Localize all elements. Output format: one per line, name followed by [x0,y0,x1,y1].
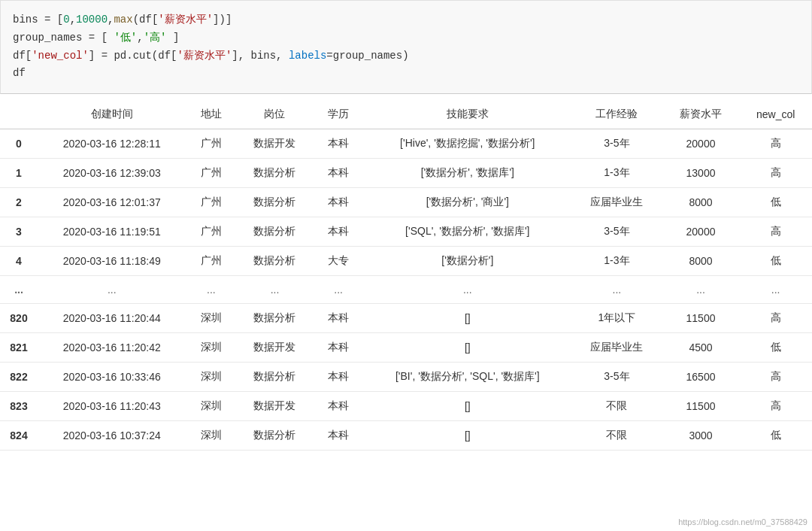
cell-addr: 广州 [186,217,237,247]
cell-salary: 11500 [662,304,740,333]
cell-time: 2020-03-16 11:19:51 [38,217,186,247]
cell-new_col: 高 [739,392,812,421]
cell-skills: [] [363,304,571,333]
cell-salary: 16500 [662,363,740,392]
cell-exp: 3-5年 [571,217,662,247]
cell-skills: ['数据分析', '数据库'] [363,159,571,188]
cell-exp: 不限 [571,421,662,451]
cell-addr: 广州 [186,129,237,159]
col-edu: 学历 [314,100,364,129]
cell-skills: ['SQL', '数据分析', '数据库'] [363,217,571,247]
cell-salary: 11500 [662,392,740,421]
cell-new_col: 低 [739,247,812,276]
cell-index: 821 [0,333,38,363]
cell-index: 4 [0,247,38,276]
cell-edu: 本科 [314,217,364,247]
cell-index: ... [0,276,38,304]
cell-pos: 数据分析 [236,247,314,276]
data-table: 创建时间 地址 岗位 学历 技能要求 工作经验 薪资水平 new_col 020… [0,100,812,451]
cell-exp: 1-3年 [571,159,662,188]
cell-addr: 广州 [186,188,237,217]
cell-skills: [] [363,421,571,451]
cell-skills: [] [363,333,571,363]
cell-pos: 数据开发 [236,392,314,421]
cell-edu: 本科 [314,129,364,159]
cell-exp: 1-3年 [571,247,662,276]
cell-exp: 应届毕业生 [571,188,662,217]
cell-salary: 3000 [662,421,740,451]
cell-pos: 数据分析 [236,304,314,333]
cell-pos: 数据分析 [236,217,314,247]
col-newcol: new_col [739,100,812,129]
cell-salary: 20000 [662,217,740,247]
col-skills: 技能要求 [363,100,571,129]
cell-new_col: 高 [739,129,812,159]
table-row: 02020-03-16 12:28:11广州数据开发本科['Hive', '数据… [0,129,812,159]
cell-new_col: 低 [739,188,812,217]
col-addr: 地址 [186,100,237,129]
cell-skills: ['Hive', '数据挖掘', '数据分析'] [363,129,571,159]
cell-pos: 数据分析 [236,363,314,392]
cell-skills: ['BI', '数据分析', 'SQL', '数据库'] [363,363,571,392]
cell-salary: 4500 [662,333,740,363]
cell-time: 2020-03-16 11:20:42 [38,333,186,363]
cell-skills: ['数据分析'] [363,247,571,276]
table-row: 42020-03-16 11:18:49广州数据分析大专['数据分析']1-3年… [0,247,812,276]
code-block: bins = [0,10000,max(df['薪资水平'])] group_n… [0,0,812,94]
col-salary: 薪资水平 [662,100,740,129]
cell-pos: 数据分析 [236,188,314,217]
cell-index: 823 [0,392,38,421]
cell-new_col: 高 [739,304,812,333]
cell-addr: 深圳 [186,363,237,392]
cell-time: 2020-03-16 12:39:03 [38,159,186,188]
cell-exp: 3-5年 [571,363,662,392]
cell-salary: 8000 [662,188,740,217]
cell-index: 822 [0,363,38,392]
cell-time: 2020-03-16 10:33:46 [38,363,186,392]
cell-exp: 3-5年 [571,129,662,159]
cell-salary: 13000 [662,159,740,188]
table-row: 12020-03-16 12:39:03广州数据分析本科['数据分析', '数据… [0,159,812,188]
cell-addr: 广州 [186,247,237,276]
col-exp: 工作经验 [571,100,662,129]
cell-edu: 本科 [314,304,364,333]
cell-new_col: 高 [739,363,812,392]
cell-time: ... [38,276,186,304]
cell-pos: 数据分析 [236,421,314,451]
cell-edu: 本科 [314,333,364,363]
cell-index: 2 [0,188,38,217]
cell-pos: ... [236,276,314,304]
cell-exp: 应届毕业生 [571,333,662,363]
cell-exp: ... [571,276,662,304]
cell-new_col: 高 [739,159,812,188]
cell-addr: 深圳 [186,392,237,421]
table-row: 8232020-03-16 11:20:43深圳数据开发本科[]不限11500高 [0,392,812,421]
cell-edu: 本科 [314,421,364,451]
cell-edu: ... [314,276,364,304]
col-index [0,100,38,129]
table-row: ........................... [0,276,812,304]
cell-index: 824 [0,421,38,451]
cell-new_col: ... [739,276,812,304]
cell-edu: 本科 [314,363,364,392]
cell-index: 0 [0,129,38,159]
cell-time: 2020-03-16 10:37:24 [38,421,186,451]
cell-addr: 广州 [186,159,237,188]
cell-time: 2020-03-16 12:28:11 [38,129,186,159]
cell-new_col: 低 [739,421,812,451]
cell-salary: ... [662,276,740,304]
cell-pos: 数据分析 [236,159,314,188]
table-row: 8202020-03-16 11:20:44深圳数据分析本科[]1年以下1150… [0,304,812,333]
col-pos: 岗位 [236,100,314,129]
cell-exp: 不限 [571,392,662,421]
cell-addr: 深圳 [186,304,237,333]
table-header-row: 创建时间 地址 岗位 学历 技能要求 工作经验 薪资水平 new_col [0,100,812,129]
cell-addr: ... [186,276,237,304]
data-table-container: 创建时间 地址 岗位 学历 技能要求 工作经验 薪资水平 new_col 020… [0,94,812,457]
table-row: 32020-03-16 11:19:51广州数据分析本科['SQL', '数据分… [0,217,812,247]
cell-skills: [] [363,392,571,421]
cell-edu: 本科 [314,392,364,421]
cell-time: 2020-03-16 11:20:43 [38,392,186,421]
cell-index: 1 [0,159,38,188]
cell-time: 2020-03-16 12:01:37 [38,188,186,217]
